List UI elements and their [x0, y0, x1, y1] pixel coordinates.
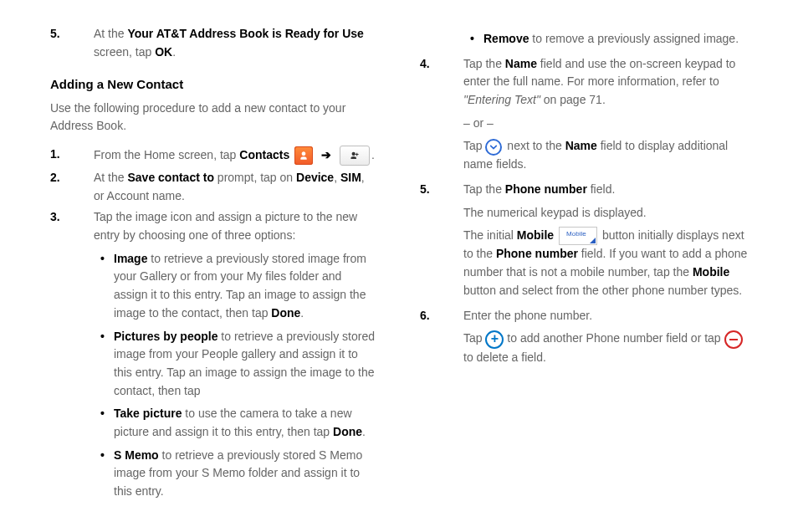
text: . — [362, 425, 366, 438]
bullet-remove: • Remove to remove a previously assigned… — [463, 30, 748, 49]
text: Tap the — [463, 57, 505, 70]
ok-label: OK — [155, 45, 172, 59]
take-picture-label: Take picture — [114, 407, 182, 420]
left-column: 5. At the Your AT&T Address Book is Read… — [50, 25, 378, 501]
step-4: 4. Tap the Name field and use the on-scr… — [420, 55, 748, 174]
smemo-label: S Memo — [114, 448, 159, 462]
text: Tap the image icon and assign a picture … — [94, 208, 378, 244]
text: next to the — [507, 139, 565, 152]
plus-icon: + — [485, 330, 504, 349]
text: Tap — [463, 139, 485, 152]
step-1: 1. From the Home screen, tap Contacts ➔ … — [50, 146, 378, 166]
text: on page 71. — [540, 93, 606, 106]
text: From the Home screen, tap — [94, 148, 239, 161]
text: The numerical keypad is displayed. — [463, 204, 748, 223]
step-6: 6. Enter the phone number. Tap + to add … — [420, 307, 748, 367]
section-heading: Adding a New Contact — [50, 74, 378, 94]
mobile-label: Mobile — [693, 265, 729, 279]
phone-number-label: Phone number — [496, 247, 578, 260]
step-5: 5. Tap the Phone number field. The numer… — [420, 181, 748, 300]
step-2: 2. At the Save contact to prompt, tap on… — [50, 169, 378, 205]
remove-label: Remove — [483, 32, 529, 45]
entering-text-ref: "Entering Text" — [463, 93, 540, 106]
text: button and select from the other phone n… — [463, 284, 742, 297]
contacts-label: Contacts — [239, 148, 289, 161]
text: to add another Phone number field or tap — [507, 331, 724, 345]
document-page: 5. At the Your AT&T Address Book is Read… — [50, 25, 748, 501]
text: prompt, tap on — [214, 171, 296, 184]
text: . — [172, 45, 176, 59]
screen-name: Your AT&T Address Book is Ready for Use — [127, 27, 363, 40]
text: . — [300, 306, 304, 320]
chevron-down-icon — [485, 139, 502, 156]
text: field. — [578, 247, 606, 260]
bullet-pictures-by-people: • Pictures by people to retrieve a previ… — [94, 328, 378, 401]
device-label: Device — [296, 171, 334, 184]
text: or Account name. — [94, 189, 185, 202]
name-field-label: Name — [565, 139, 597, 152]
mobile-label: Mobile — [517, 228, 554, 242]
right-column: • Remove to remove a previously assigned… — [420, 25, 748, 501]
step-5: 5. At the Your AT&T Address Book is Read… — [50, 25, 378, 61]
step-number: 6. — [420, 307, 463, 367]
sim-label: SIM — [340, 171, 361, 184]
text: to retrieve a previously stored image fr… — [114, 252, 366, 320]
step-number: 5. — [420, 181, 463, 300]
bullet-image: • Image to retrieve a previously stored … — [94, 250, 378, 323]
arrow-icon: ➔ — [321, 148, 331, 161]
step-number: 5. — [50, 25, 94, 61]
text: screen, tap — [94, 45, 155, 59]
text: . — [371, 148, 375, 161]
name-field-label: Name — [505, 57, 537, 70]
step-number: 4. — [420, 55, 463, 174]
mobile-button-icon: Mobile — [559, 227, 597, 245]
pbp-label: Pictures by people — [114, 330, 217, 343]
bullet-take-picture: • Take picture to use the camera to take… — [94, 405, 378, 441]
text: At the — [94, 27, 127, 40]
step-number: 1. — [50, 146, 94, 166]
step-number: 3. — [50, 208, 94, 244]
text: to remove a previously assigned image. — [529, 32, 739, 45]
text: field. — [587, 182, 615, 196]
bullet-smemo: • S Memo to retrieve a previously stored… — [94, 447, 378, 501]
done-label: Done — [271, 306, 300, 320]
text: to delete a field. — [463, 350, 546, 364]
phone-number-label: Phone number — [505, 182, 587, 196]
step-number: 2. — [50, 169, 94, 205]
text: Tap — [463, 331, 485, 345]
save-contact-label: Save contact to — [127, 171, 213, 184]
contacts-app-icon — [294, 146, 313, 165]
text: Tap the — [463, 182, 505, 196]
minus-icon — [724, 330, 743, 349]
text: The initial — [463, 228, 517, 242]
text: Enter the phone number. — [463, 309, 592, 322]
add-contact-icon — [340, 146, 370, 166]
text: At the — [94, 171, 127, 184]
intro-paragraph: Use the following procedure to add a new… — [50, 100, 378, 136]
or-divider: – or – — [463, 115, 748, 133]
step-3: 3. Tap the image icon and assign a pictu… — [50, 208, 378, 244]
done-label: Done — [333, 425, 362, 438]
image-label: Image — [114, 252, 147, 265]
